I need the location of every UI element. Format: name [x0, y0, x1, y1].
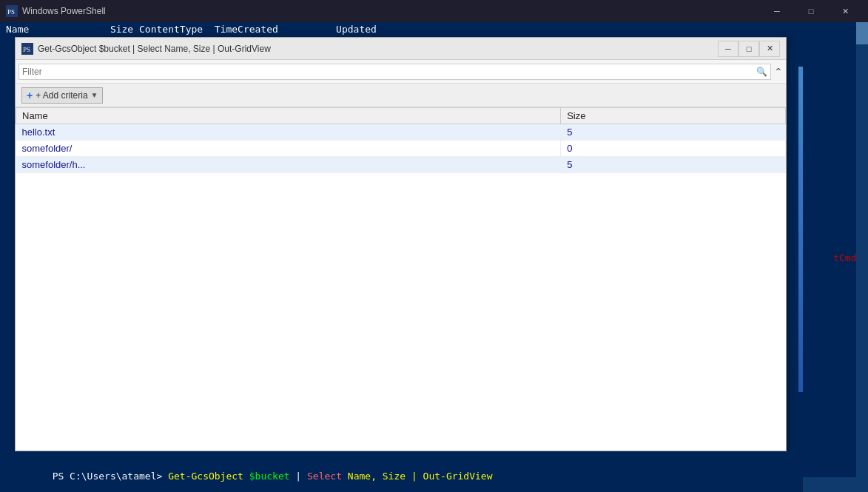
ps-prompt-1: PS C:\Users\atamel>	[53, 471, 169, 482]
gridview-dialog: PS Get-GcsObject $bucket | Select Name, …	[15, 37, 787, 451]
ps-window-icon: PS	[6, 5, 18, 17]
select-cmd: Select	[307, 471, 342, 482]
cell-name: somefolder/h...	[16, 157, 561, 173]
gridview-title: Get-GcsObject $bucket | Select Name, Siz…	[38, 44, 713, 54]
scrollbar-thumb[interactable]	[856, 22, 868, 44]
ps-close-button[interactable]: ✕	[828, 0, 862, 22]
svg-text:PS: PS	[7, 8, 15, 16]
ps-titlebar: PS Windows PowerShell ─ □ ✕	[0, 0, 868, 22]
dropdown-arrow-icon: ▼	[91, 91, 98, 99]
blue-accent-decoration	[798, 67, 803, 392]
terminal-column-headers: Name Size ContentType TimeCreated Update…	[0, 22, 868, 36]
gridview-table-container[interactable]: Name Size hello.txt5somefolder/0somefold…	[16, 107, 786, 451]
powershell-window: PS Windows PowerShell ─ □ ✕ Name Size Co…	[0, 0, 868, 492]
add-criteria-button[interactable]: + + Add criteria ▼	[21, 87, 103, 104]
gridview-close-button[interactable]: ✕	[759, 41, 780, 57]
table-header-row: Name Size	[16, 108, 786, 124]
gridview-minimize-button[interactable]: ─	[718, 41, 739, 57]
get-gcs-object-cmd: Get-GcsObject	[168, 471, 249, 482]
search-icon: 🔍	[756, 67, 767, 77]
cell-size: 0	[561, 141, 786, 157]
bucket-var: $bucket	[249, 471, 290, 482]
cell-name: somefolder/	[16, 141, 561, 157]
scrollbar[interactable]	[856, 22, 868, 477]
gridview-filter-bar: 🔍 ⌃	[16, 60, 786, 84]
filter-input-wrapper: 🔍	[18, 64, 771, 80]
cell-size: 5	[561, 124, 786, 141]
gridview-table: Name Size hello.txt5somefolder/0somefold…	[16, 107, 786, 173]
gridview-window-controls: ─ □ ✕	[718, 41, 780, 57]
ps-content-area: Name Size ContentType TimeCreated Update…	[0, 22, 868, 492]
gridview-icon: PS	[21, 43, 33, 55]
column-header-size[interactable]: Size	[561, 108, 786, 124]
criteria-bar: + + Add criteria ▼	[16, 84, 786, 107]
expand-filter-icon[interactable]: ⌃	[774, 66, 783, 78]
terminal-bottom: PS C:\Users\atamel> Get-GcsObject $bucke…	[0, 451, 868, 492]
ps-maximize-button[interactable]: □	[794, 0, 828, 22]
plus-icon: +	[27, 90, 33, 101]
horizontal-scrollbar[interactable]	[803, 477, 868, 492]
svg-text:PS: PS	[23, 46, 30, 53]
cell-name: hello.txt	[16, 124, 561, 141]
filter-input[interactable]	[22, 67, 756, 77]
column-header-name[interactable]: Name	[16, 108, 561, 124]
gridview-maximize-button[interactable]: □	[739, 41, 759, 57]
gridview-titlebar: PS Get-GcsObject $bucket | Select Name, …	[16, 38, 786, 60]
ps-window-title: Windows PowerShell	[22, 6, 756, 16]
pipe-1: |	[290, 471, 307, 482]
table-row[interactable]: somefolder/h...5	[16, 157, 786, 173]
terminal-line-1: PS C:\Users\atamel> Get-GcsObject $bucke…	[6, 454, 862, 492]
add-criteria-label: + Add criteria	[36, 90, 87, 101]
ps-minimize-button[interactable]: ─	[760, 0, 794, 22]
table-row[interactable]: somefolder/0	[16, 141, 786, 157]
table-row[interactable]: hello.txt5	[16, 124, 786, 141]
cell-size: 5	[561, 157, 786, 173]
ps-window-controls: ─ □ ✕	[760, 0, 862, 22]
rest-cmd: Name, Size | Out-GridView	[342, 471, 493, 482]
